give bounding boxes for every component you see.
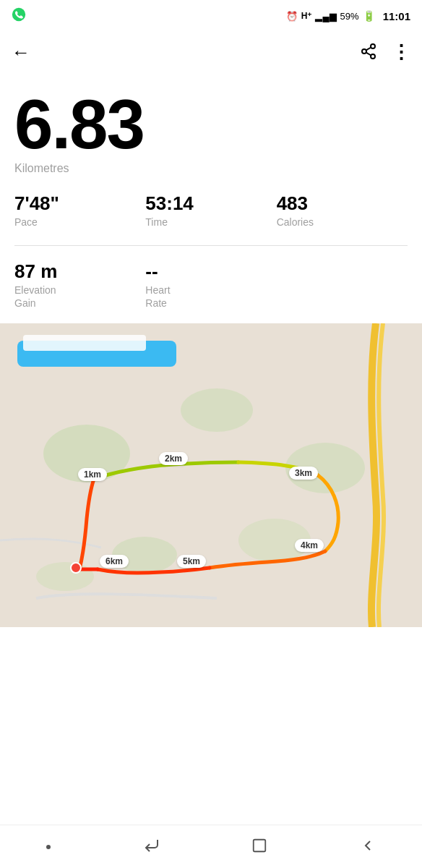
km-marker-6: 6km [100,555,129,568]
svg-point-3 [371,54,375,59]
elevation-stat: 87 m Elevation Gain [14,260,145,309]
square-icon [251,838,267,854]
map-background [0,323,422,627]
calories-stat: 483 Calories [277,192,408,228]
calories-label: Calories [277,216,408,228]
heart-rate-value: -- [145,260,276,283]
distance-unit: Kilometres [14,162,408,175]
whatsapp-icon [12,7,26,25]
nav-back-button[interactable] [359,837,376,856]
km-marker-2: 2km [159,452,188,465]
status-icons: ⏰ H⁺ ▂▄▆ 59% 🔋 11:01 [286,10,410,22]
pace-value: 7'48" [14,192,145,215]
divider-1 [14,245,408,246]
time-stat: 53:14 Time [145,192,276,228]
location-label [23,335,146,351]
svg-point-2 [362,49,366,54]
battery-icon: 🔋 [363,10,375,22]
svg-point-0 [12,8,25,21]
svg-point-11 [36,562,94,591]
stats-row-2: 87 m Elevation Gain -- Heart Rate [14,260,408,309]
heart-rate-label-2: Rate [145,297,276,309]
battery-text: 59% [340,11,359,22]
map-container: 1km 2km 3km 4km 5km 6km [0,323,422,627]
time-value: 53:14 [145,192,276,215]
back-icon: ← [12,41,30,63]
svg-point-1 [371,44,375,48]
share-button[interactable] [360,43,377,62]
km-marker-4: 4km [295,539,324,552]
signal-bars-icon: ▂▄▆ [315,11,336,22]
stats-row-1: 7'48" Pace 53:14 Time 483 Calories [14,192,408,228]
heart-rate-stat: -- Heart Rate [145,260,276,309]
time-label: Time [145,216,276,228]
svg-point-13 [46,845,51,849]
elevation-label-2: Gain [14,297,145,309]
distance-value: 6.83 [14,90,408,159]
svg-rect-14 [254,840,266,852]
app-bar-actions: ⋮ [360,41,410,64]
recents-icon [143,837,160,854]
nav-home-button[interactable] [46,841,51,852]
time-display: 11:01 [383,10,410,22]
signal-text: H⁺ [301,11,312,21]
alarm-icon: ⏰ [286,11,298,22]
svg-point-8 [181,388,253,432]
svg-line-5 [366,47,371,50]
km-marker-3: 3km [289,467,318,480]
elevation-value: 87 m [14,260,145,283]
pace-label: Pace [14,216,145,228]
nav-square-button[interactable] [251,838,267,856]
back-nav-icon [359,837,376,854]
app-bar: ← ⋮ [0,32,422,72]
share-icon [360,43,377,60]
svg-line-4 [366,52,371,55]
elevation-label-1: Elevation [14,284,145,296]
more-icon: ⋮ [392,41,410,63]
back-button[interactable]: ← [12,41,30,64]
calories-value: 483 [277,192,408,215]
dot-icon [46,844,51,850]
nav-recents-button[interactable] [143,837,160,856]
km-marker-1: 1km [78,468,107,481]
heart-rate-label-1: Heart [145,284,276,296]
status-bar: ⏰ H⁺ ▂▄▆ 59% 🔋 11:01 [0,0,422,32]
bottom-nav [0,825,422,868]
km-marker-5: 5km [177,555,206,568]
more-options-button[interactable]: ⋮ [392,41,410,64]
empty-stat [277,260,408,309]
main-content: 6.83 Kilometres 7'48" Pace 53:14 Time 48… [0,72,422,309]
pace-stat: 7'48" Pace [14,192,145,228]
